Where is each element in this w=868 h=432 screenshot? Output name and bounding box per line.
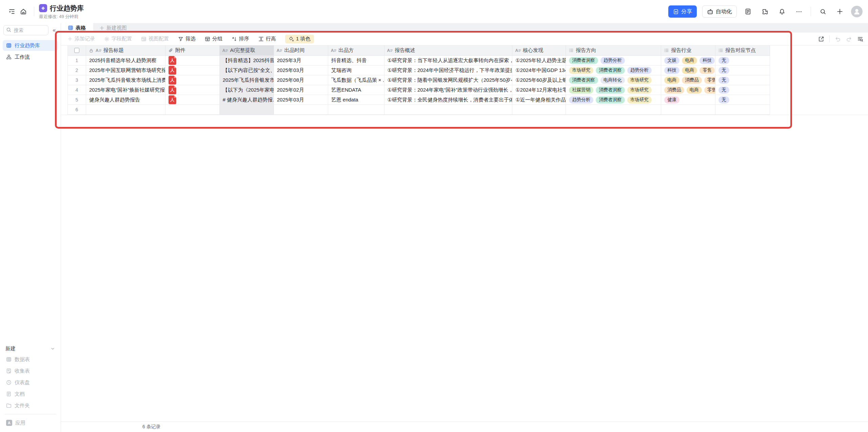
cell-nodes[interactable] xyxy=(715,105,770,114)
cell-num[interactable]: 5 xyxy=(68,95,86,105)
cell-industries[interactable]: 消费品电商零售 xyxy=(661,85,715,95)
select-all-header[interactable] xyxy=(68,45,86,55)
column-header-attachment[interactable]: 附件 xyxy=(165,45,220,55)
cell-overview[interactable]: ①研究背景：当下年轻人从追逐宏大叙事转向内在探索，注重... xyxy=(384,56,513,65)
sidebar-new-item[interactable]: 数据表 xyxy=(3,354,57,365)
form-icon[interactable] xyxy=(742,6,754,17)
cell-nodes[interactable]: 无 xyxy=(715,85,770,95)
cell-directions[interactable]: 趋势分析消费者洞察市场研究 xyxy=(566,95,661,105)
add-view-button[interactable]: 新建视图 xyxy=(93,23,133,33)
cell-overview[interactable]: ①研究背景：2024年中国经济平稳运行，下半年政策提振消费... xyxy=(384,65,513,75)
group-button[interactable]: 分组 xyxy=(205,36,222,42)
cell-overview[interactable]: ①研究背景：随着中国银发网民规模扩大（2025年50岁+网民... xyxy=(384,75,513,85)
sidebar-toggle-icon[interactable] xyxy=(6,6,18,17)
notification-bell-icon[interactable] xyxy=(776,6,788,17)
cell-nodes[interactable]: 无 xyxy=(715,56,770,65)
row-height-button[interactable]: 行高 xyxy=(258,36,276,42)
cell-directions[interactable]: 社媒营销消费者洞察市场研究 xyxy=(566,85,661,95)
cell-directions[interactable]: 市场研究消费者洞察趋势分析 xyxy=(566,65,661,75)
pdf-attachment-icon[interactable]: 人 xyxy=(169,95,176,104)
avatar[interactable] xyxy=(851,6,863,17)
column-header-title[interactable]: A报告标题 xyxy=(86,45,165,55)
cell-producer[interactable]: 飞瓜数据（飞瓜品策 × ... xyxy=(328,75,384,85)
pdf-attachment-icon[interactable]: 人 xyxy=(169,76,176,84)
share-button[interactable]: 分享 xyxy=(668,5,697,18)
sidebar-new-item[interactable]: 仪表盘 xyxy=(3,377,57,388)
cell-ai[interactable]: 【抖音精选】2025抖音... xyxy=(220,56,274,65)
cell-industries[interactable]: 文娱电商科技 xyxy=(661,56,715,65)
column-header-time[interactable]: A出品时间 xyxy=(274,45,328,55)
cell-title[interactable]: 2025年飞瓜抖音银发市场线上消费与广... xyxy=(86,75,165,85)
cell-producer[interactable]: 艺恩 endata xyxy=(328,95,384,105)
cell-title[interactable] xyxy=(86,105,165,114)
cell-attachment[interactable] xyxy=(165,105,220,114)
cell-ai[interactable]: 【以下内容已按“全文、 ... xyxy=(220,65,274,75)
cell-findings[interactable]: ①2025年轻人趋势主题... xyxy=(512,56,566,65)
field-config-button[interactable]: 字段配置 xyxy=(104,36,132,42)
cell-attachment[interactable]: 人 xyxy=(165,65,220,75)
cell-directions[interactable]: 消费者洞察趋势分析 xyxy=(566,56,661,65)
cell-num[interactable]: 3 xyxy=(68,75,86,85)
cell-title[interactable]: 2025年家电“国补”焕新社媒研究报告 xyxy=(86,85,165,95)
cell-attachment[interactable]: 人 xyxy=(165,85,220,95)
cell-industries[interactable] xyxy=(661,105,715,114)
cell-ai[interactable]: 【以下为《2025年家电“... xyxy=(220,85,274,95)
sidebar-item-app[interactable]: A 应用 xyxy=(3,417,57,429)
column-header-producer[interactable]: A出品方 xyxy=(328,45,384,55)
cell-time[interactable] xyxy=(274,105,328,114)
cell-findings[interactable]: ①2024年中国GDP 1349... xyxy=(512,65,566,75)
cell-num[interactable]: 2 xyxy=(68,65,86,75)
cell-overview[interactable] xyxy=(384,105,513,114)
cell-overview[interactable]: ①研究背景：全民健身热度持续增长，消费者主要出于体重管... xyxy=(384,95,513,105)
column-header-overview[interactable]: A报告概述 xyxy=(384,45,513,55)
redo-icon[interactable] xyxy=(846,36,852,42)
cell-producer[interactable] xyxy=(328,105,384,114)
cell-time[interactable]: 2025年3月 xyxy=(274,56,328,65)
more-ellipsis-icon[interactable] xyxy=(793,6,805,17)
undo-icon[interactable] xyxy=(835,36,841,42)
cell-ai[interactable]: # 健身兴趣人群趋势报... xyxy=(220,95,274,105)
sidebar-new-item[interactable]: 文件夹 xyxy=(3,400,57,411)
sidebar-item-workflow[interactable]: 工作流 xyxy=(3,52,58,62)
pdf-attachment-icon[interactable]: 人 xyxy=(169,86,176,94)
cell-industries[interactable]: 科技电商零售 xyxy=(661,65,715,75)
cell-ai[interactable] xyxy=(220,105,274,114)
column-header-industries[interactable]: 报告行业 xyxy=(661,45,715,55)
cell-time[interactable]: 2025年03月 xyxy=(274,65,328,75)
automation-button[interactable]: 自动化 xyxy=(702,5,737,18)
sort-button[interactable]: 排序 xyxy=(232,36,249,42)
cell-attachment[interactable]: 人 xyxy=(165,75,220,85)
cell-title[interactable]: 2025年中国互联网营销市场研究报告 xyxy=(86,65,165,75)
pdf-attachment-icon[interactable]: 人 xyxy=(169,66,176,75)
cell-nodes[interactable]: 无 xyxy=(715,95,770,105)
view-config-button[interactable]: 视图配置 xyxy=(141,36,169,42)
sidebar-item-industry-trend-base[interactable]: 行业趋势库 xyxy=(3,40,58,51)
new-section-header[interactable]: 新建 xyxy=(3,343,57,354)
cell-nodes[interactable]: 无 xyxy=(715,75,770,85)
tab-grid-view[interactable]: 表格 xyxy=(61,23,93,33)
cell-producer[interactable]: 抖音精选、抖音 xyxy=(328,56,384,65)
cell-time[interactable]: 2025年08月 xyxy=(274,75,328,85)
cell-overview[interactable]: ①研究背景：2024年家电“国补”政策带动行业强劲增长，但202... xyxy=(384,85,513,95)
cell-ai[interactable]: 2025年飞瓜抖音银发市... xyxy=(220,75,274,85)
sidebar-new-item[interactable]: 文档 xyxy=(3,388,57,400)
column-header-directions[interactable]: 报告方向 xyxy=(566,45,661,55)
add-record-button[interactable]: 添加记录 xyxy=(67,36,95,42)
home-icon[interactable] xyxy=(18,6,29,17)
cell-num[interactable]: 4 xyxy=(68,85,86,95)
cell-producer[interactable]: 艺恩ENDATA xyxy=(328,85,384,95)
sidebar-collapse-icon[interactable]: « xyxy=(51,27,58,33)
cell-title[interactable]: 健身兴趣人群趋势报告 xyxy=(86,95,165,105)
cell-title[interactable]: 2025抖音精选年轻人趋势洞察 xyxy=(86,56,165,65)
cell-time[interactable]: 2025年02月 xyxy=(274,85,328,95)
pdf-attachment-icon[interactable]: 人 xyxy=(169,56,176,65)
global-search-icon[interactable] xyxy=(817,6,829,17)
cell-directions[interactable] xyxy=(566,105,661,114)
sidebar-new-item[interactable]: 收集表 xyxy=(3,365,57,377)
fill-color-button[interactable]: 1 填色 xyxy=(285,35,314,43)
cell-producer[interactable]: 艾瑞咨询 xyxy=(328,65,384,75)
filter-button[interactable]: 筛选 xyxy=(178,36,196,42)
plugin-puzzle-icon[interactable] xyxy=(759,6,771,17)
column-header-nodes[interactable]: 报告对应节点 xyxy=(715,45,770,55)
cell-findings[interactable]: ①2025年60岁及以上银... xyxy=(512,75,566,85)
